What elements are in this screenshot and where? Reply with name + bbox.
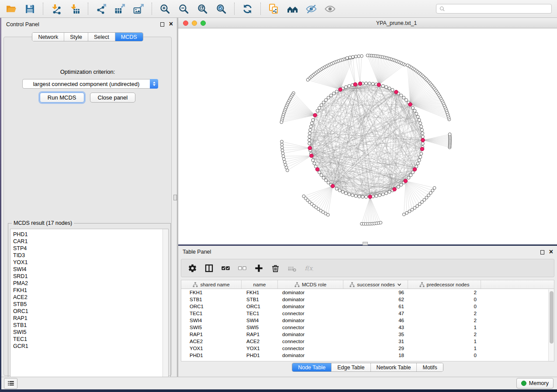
- sort-desc-icon: [397, 282, 401, 286]
- zoom-selected-button[interactable]: [214, 2, 228, 15]
- table-tab-network-table[interactable]: Network Table: [371, 363, 417, 371]
- table-row[interactable]: STB1STB1dominator620: [181, 296, 554, 303]
- clone-network-icon: [268, 3, 279, 14]
- first-neighbors-button[interactable]: [286, 2, 299, 15]
- mcds-result-list[interactable]: PHD1CAR1STP4TID3YOX1SWI4SRD1PMA2FKH1ACE2…: [10, 229, 169, 382]
- mcds-result-item[interactable]: STP4: [13, 245, 168, 252]
- mcds-result-item[interactable]: TEC1: [13, 336, 168, 343]
- select-all-rows-button[interactable]: [221, 264, 230, 273]
- mcds-result-item[interactable]: SWI4: [13, 266, 168, 273]
- table-tab-node-table[interactable]: Node Table: [292, 363, 332, 371]
- mcds-result-item[interactable]: FKH1: [13, 287, 168, 294]
- delete-column-button[interactable]: [271, 264, 280, 273]
- table-row[interactable]: RAP1RAP1dominator352: [181, 331, 554, 338]
- mcds-result-item[interactable]: SRD1: [13, 273, 168, 280]
- close-table-panel-icon[interactable]: ×: [549, 249, 553, 254]
- export-network-button[interactable]: [94, 2, 107, 15]
- dominator-node: [408, 103, 412, 107]
- zoom-fit-icon: [197, 3, 208, 14]
- dominator-node: [394, 90, 398, 94]
- column-header-label: MCDS role: [302, 282, 326, 287]
- table-scrollbar-thumb[interactable]: [550, 291, 554, 344]
- hide-selected-icon: [306, 3, 317, 14]
- float-table-panel-icon[interactable]: [540, 250, 544, 254]
- mcds-result-item[interactable]: TID3: [13, 252, 168, 259]
- zoom-in-button[interactable]: [158, 2, 171, 15]
- close-panel-icon[interactable]: ×: [169, 21, 173, 27]
- window-minimize-icon[interactable]: [192, 21, 197, 26]
- table-row[interactable]: PHD1PHD1dominator180: [181, 352, 554, 359]
- run-mcds-button[interactable]: Run MCDS: [40, 93, 84, 103]
- mcds-result-item[interactable]: ACE2: [13, 294, 168, 301]
- table-row[interactable]: ACE2ACE2connector311: [181, 338, 554, 345]
- column-header-name[interactable]: name: [242, 280, 278, 289]
- column-header-label: name: [253, 282, 266, 287]
- dominator-node: [420, 147, 424, 151]
- table-header-row: shared namenameMCDS rolesuccessor nodesp…: [181, 280, 554, 289]
- optimization-criterion-dropdown[interactable]: largest connected component (undirected): [22, 79, 158, 89]
- table-row[interactable]: TEC1TEC1connector472: [181, 310, 554, 317]
- tab-mcds[interactable]: MCDS: [115, 33, 143, 41]
- table-cell: 2: [408, 331, 481, 338]
- mcds-result-item[interactable]: STB5: [13, 301, 168, 308]
- mcds-list-scrollbar[interactable]: [163, 229, 168, 382]
- table-options-button[interactable]: [188, 264, 197, 273]
- table-tab-motifs[interactable]: Motifs: [417, 363, 443, 371]
- hide-selected-button[interactable]: [304, 2, 318, 15]
- mcds-result-item[interactable]: PMA2: [13, 280, 168, 287]
- mcds-result-item[interactable]: ORC1: [13, 308, 168, 315]
- toggle-column-display-button[interactable]: [204, 264, 214, 273]
- column-header-shared-name[interactable]: shared name: [181, 280, 242, 289]
- refresh-view-button[interactable]: [241, 2, 254, 15]
- horizontal-splitter-handle[interactable]: [363, 242, 368, 245]
- float-panel-icon[interactable]: [160, 22, 164, 27]
- export-image-button[interactable]: [132, 2, 145, 15]
- mcds-result-item[interactable]: PHD1: [13, 231, 168, 238]
- zoom-out-button[interactable]: [177, 2, 190, 15]
- export-table-button[interactable]: [113, 2, 126, 15]
- import-table-button[interactable]: [68, 2, 81, 15]
- clone-network-button[interactable]: [267, 2, 280, 15]
- open-file-button[interactable]: [4, 2, 17, 15]
- search-input[interactable]: [447, 6, 549, 12]
- add-column-button[interactable]: [254, 264, 263, 273]
- window-maximize-icon[interactable]: [201, 21, 206, 26]
- mcds-result-item[interactable]: YOX1: [13, 259, 168, 266]
- table-row[interactable]: YOX1YOX1connector291: [181, 345, 554, 352]
- table-cell: 2: [408, 317, 481, 324]
- zoom-fit-button[interactable]: [196, 2, 209, 15]
- memory-button[interactable]: Memory: [516, 378, 554, 389]
- tab-network[interactable]: Network: [32, 33, 64, 41]
- column-header-successor-nodes[interactable]: successor nodes: [343, 280, 408, 289]
- dominator-node: [393, 187, 397, 191]
- column-header-predecessor-nodes[interactable]: predecessor nodes: [408, 280, 481, 289]
- network-window-titlebar[interactable]: YPA_prune.txt_1: [178, 18, 557, 28]
- mcds-result-item[interactable]: RAP1: [13, 315, 168, 322]
- search-box[interactable]: [436, 4, 552, 14]
- show-all-button[interactable]: [323, 2, 336, 15]
- table-row[interactable]: SWI4SWI4dominator462: [181, 317, 554, 324]
- dominator-node: [404, 179, 408, 183]
- window-close-icon[interactable]: [183, 21, 188, 26]
- network-canvas[interactable]: [178, 28, 557, 244]
- control-panel-tabs: NetworkStyleSelectMCDS: [1, 32, 174, 41]
- mcds-result-item[interactable]: SWI5: [13, 329, 168, 336]
- save-session-button[interactable]: [23, 2, 36, 15]
- tab-select[interactable]: Select: [88, 33, 115, 41]
- table-scrollbar[interactable]: [548, 289, 554, 361]
- deselect-all-rows-button[interactable]: [238, 264, 247, 273]
- import-network-button[interactable]: [49, 2, 62, 15]
- table-row[interactable]: SWI5SWI5connector431: [181, 324, 554, 331]
- task-history-button[interactable]: [4, 378, 17, 389]
- mcds-result-item[interactable]: GCR1: [13, 343, 168, 350]
- column-header-MCDS-role[interactable]: MCDS role: [278, 280, 343, 289]
- tab-style[interactable]: Style: [64, 33, 88, 41]
- mcds-result-item[interactable]: CAR1: [13, 238, 168, 245]
- table-row[interactable]: FKH1FKH1dominator962: [181, 289, 554, 296]
- vertical-splitter-handle[interactable]: [173, 195, 177, 200]
- column-header-filler: [481, 280, 554, 289]
- table-tab-edge-table[interactable]: Edge Table: [332, 363, 370, 371]
- table-row[interactable]: ORC1ORC1dominator610: [181, 303, 554, 310]
- close-panel-button[interactable]: Close panel: [90, 93, 136, 103]
- mcds-result-item[interactable]: STB1: [13, 322, 168, 329]
